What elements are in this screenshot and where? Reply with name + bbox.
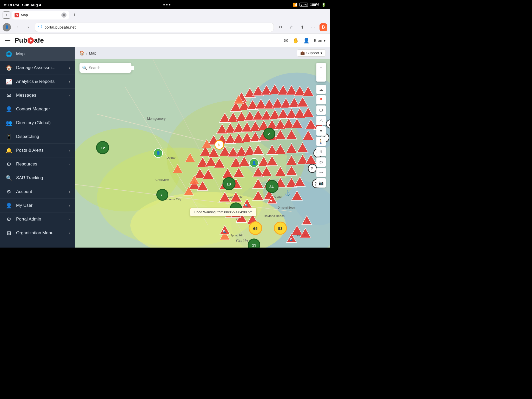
browser-tab-map[interactable]: S Map ✕ xyxy=(12,11,69,19)
flood-warning-tooltip: Flood Warning from 08/05/24 04:00 pm xyxy=(190,208,256,216)
zoom-in-button[interactable]: + xyxy=(316,63,326,72)
tab-close-button[interactable]: ✕ xyxy=(61,12,66,18)
more-button[interactable]: ··· xyxy=(309,23,317,32)
person-pin-button[interactable]: 📍 xyxy=(316,95,326,104)
map-search-icon: 🔍 xyxy=(82,65,87,70)
sidebar-item-account[interactable]: ⚙ Account › xyxy=(0,185,75,199)
sidebar-item-sar-tracking[interactable]: 🔍 SAR Tracking xyxy=(0,171,75,185)
envelope-icon: ✉ xyxy=(5,92,12,98)
warning-layer-button[interactable]: ⚠ xyxy=(316,116,326,125)
map-breadcrumb: 🏠 / Map 💼 Support ▾ xyxy=(75,47,330,59)
my-user-icon: 👤 xyxy=(5,202,12,209)
sidebar-item-my-user[interactable]: 👤 My User › xyxy=(0,199,75,212)
dot2 xyxy=(166,4,168,5)
sidebar: 🌐 Map 🏠 Damage Assessm... › 📈 Analytics … xyxy=(0,47,75,248)
sidebar-item-resources[interactable]: ⚙ Resources › xyxy=(0,157,75,171)
svg-text:?: ? xyxy=(310,166,313,171)
flood-warning-text: Flood Warning from 08/05/24 04:00 pm xyxy=(194,210,252,214)
svg-text:✳: ✳ xyxy=(217,143,221,148)
back-button[interactable]: ‹ xyxy=(13,23,22,32)
user-menu[interactable]: Eron ▾ xyxy=(314,38,326,43)
sidebar-item-organization-menu[interactable]: ⊞ Organization Menu › xyxy=(0,226,75,240)
url-field[interactable]: 🛡 portal.pubsafe.net xyxy=(35,23,274,32)
svg-text:👤: 👤 xyxy=(252,161,257,165)
svg-text:🌊: 🌊 xyxy=(289,238,293,241)
map-wrapper[interactable]: Montgomery Dothan Crestview Panama City … xyxy=(75,59,330,248)
hamburger-menu[interactable] xyxy=(4,38,11,43)
settings-map-button[interactable]: ⚙ xyxy=(316,157,326,167)
svg-text:⚓: ⚓ xyxy=(284,190,291,196)
chart-icon: 📈 xyxy=(5,78,12,85)
arrow-icon-messages: › xyxy=(69,93,70,97)
svg-text:65: 65 xyxy=(253,226,258,231)
tab-title: Map xyxy=(21,13,28,17)
arrow-icon-my-user: › xyxy=(69,203,70,208)
svg-text:🌊: 🌊 xyxy=(245,203,249,207)
map-search-box[interactable]: 🔍 xyxy=(79,63,131,73)
phone-icon: 📱 xyxy=(5,134,12,140)
sidebar-item-analytics-reports[interactable]: 📈 Analytics & Reports › xyxy=(0,75,75,89)
app-header: Pub + afe ✉ ✋ 👤 Eron ▾ xyxy=(0,34,330,47)
hand-icon[interactable]: ✋ xyxy=(292,37,299,44)
logo-pub: Pub xyxy=(15,36,27,44)
logo-plus-icon: + xyxy=(28,37,34,44)
logo-afe: afe xyxy=(34,36,44,44)
tab-switcher[interactable]: 1 xyxy=(3,11,10,19)
polygon-button[interactable]: ⬡ xyxy=(316,105,326,115)
url-security-icon: 🛡 xyxy=(38,25,42,30)
sidebar-item-portal-admin[interactable]: ⚙ Portal Admin › xyxy=(0,212,75,226)
sidebar-label-map: Map xyxy=(16,51,70,57)
user-icon[interactable]: 👤 xyxy=(303,37,310,44)
sar-icon: 🔍 xyxy=(5,175,12,181)
map-icon: 🌐 xyxy=(5,51,12,57)
sidebar-label-messages: Messages xyxy=(16,93,65,98)
sidebar-item-messages[interactable]: ✉ Messages › xyxy=(0,89,75,102)
tool-button[interactable]: ✏ xyxy=(316,168,326,177)
dot3 xyxy=(169,4,170,5)
sidebar-label-damage: Damage Assessm... xyxy=(16,65,65,70)
user-avatar[interactable]: 👤 xyxy=(3,23,11,31)
sidebar-item-directory-global[interactable]: 👥 Directory (Global) xyxy=(0,116,75,130)
contact-icon: 👤 xyxy=(5,106,12,112)
sidebar-item-posts-alerts[interactable]: 🔔 Posts & Alerts › xyxy=(0,144,75,157)
info-button[interactable]: ℹ xyxy=(316,147,326,156)
person-walking-button[interactable]: 🚶 xyxy=(316,137,326,146)
sidebar-label-account: Account xyxy=(16,189,65,194)
org-menu-icon: ⊞ xyxy=(5,230,12,236)
user-name: Eron xyxy=(314,38,322,43)
svg-text:18: 18 xyxy=(227,182,231,186)
reload-button[interactable]: ↻ xyxy=(276,23,285,32)
breadcrumb-current: Map xyxy=(89,51,96,55)
svg-text:🌪: 🌪 xyxy=(270,199,273,202)
mail-icon[interactable]: ✉ xyxy=(284,37,288,44)
svg-text:?: ? xyxy=(328,122,330,127)
zoom-out-button[interactable]: − xyxy=(316,72,326,82)
sidebar-item-contact-manager[interactable]: 👤 Contact Manager xyxy=(0,102,75,116)
add-tab-button[interactable]: + xyxy=(71,11,78,19)
cloud-layer-button[interactable]: ☁ xyxy=(316,85,326,94)
support-label: Support xyxy=(306,51,319,55)
map-search-input[interactable] xyxy=(89,66,134,70)
svg-text:2: 2 xyxy=(268,132,270,136)
sidebar-label-contact: Contact Manager xyxy=(16,107,70,112)
bookmark-button[interactable]: ☆ xyxy=(287,23,296,32)
sidebar-item-dispatching[interactable]: 📱 Dispatching xyxy=(0,130,75,144)
camera-button[interactable]: 📷 xyxy=(316,178,326,188)
header-right: ✉ ✋ 👤 Eron ▾ xyxy=(284,37,326,44)
map-right-controls: ☁ 📍 ⬡ ⚠ ▼ 🚶 ℹ ⚙ ✏ 📷 xyxy=(316,85,326,188)
sidebar-item-damage-assessment[interactable]: 🏠 Damage Assessm... › xyxy=(0,61,75,75)
svg-text:13: 13 xyxy=(252,243,256,247)
brave-icon[interactable]: B xyxy=(320,23,327,31)
sidebar-label-sar: SAR Tracking xyxy=(16,175,70,181)
arrow-icon-posts: › xyxy=(69,148,70,152)
sidebar-item-map[interactable]: 🌐 Map xyxy=(0,47,75,61)
filter-button[interactable]: ▼ xyxy=(316,126,326,136)
support-button[interactable]: 💼 Support ▾ xyxy=(297,49,326,57)
arrow-icon-portal-admin: › xyxy=(69,217,70,221)
breadcrumb-home-icon[interactable]: 🏠 xyxy=(79,51,85,56)
svg-text:Ormond Beach: Ormond Beach xyxy=(278,206,296,209)
forward-button[interactable]: › xyxy=(24,23,33,32)
svg-text:Dothan: Dothan xyxy=(167,156,176,159)
share-button[interactable]: ⬆ xyxy=(298,23,307,32)
breadcrumb-separator: / xyxy=(86,51,87,55)
